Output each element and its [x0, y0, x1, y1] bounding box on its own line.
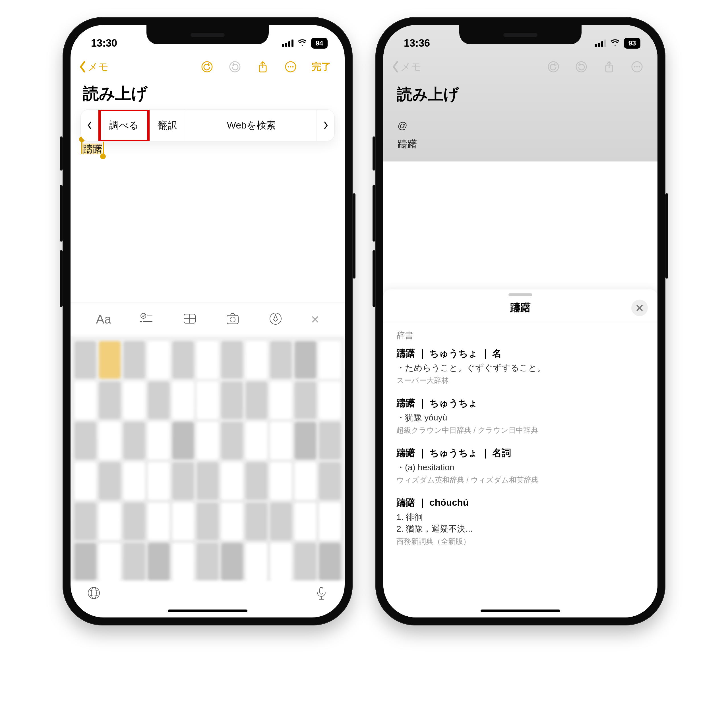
home-indicator [168, 609, 247, 612]
more-button[interactable] [284, 60, 297, 74]
dictionary-entry[interactable]: 躊躇 ｜ ちゅうちょ ｜ 名 ・ためらうこと。ぐずぐずすること。 スーパー大辞林 [396, 347, 644, 385]
note-title[interactable]: 読み上げ [71, 79, 345, 110]
nav-icons: 完了 [200, 60, 331, 74]
table-button[interactable] [182, 311, 197, 327]
selected-text[interactable]: 躊躇 [82, 142, 103, 156]
more-button [630, 60, 644, 74]
svg-point-4 [288, 66, 289, 68]
svg-point-0 [202, 62, 212, 72]
camera-button[interactable] [225, 311, 240, 327]
svg-point-21 [548, 62, 558, 72]
back-button[interactable]: メモ [79, 60, 109, 74]
svg-point-6 [292, 66, 294, 68]
menu-web-search[interactable]: Webを検索 [186, 110, 317, 141]
back-label: メモ [400, 60, 421, 74]
entry-source: スーパー大辞林 [396, 376, 644, 385]
status-right: 94 [282, 37, 328, 49]
wifi-icon [297, 37, 307, 49]
note-title: 読み上げ [383, 79, 657, 116]
entry-source: ウィズダム英和辞典 / ウィズダム和英辞典 [396, 475, 644, 485]
entry-body: ・(a) hesitation [396, 462, 644, 474]
entry-source: 商務新詞典（全新版） [396, 537, 644, 546]
side-button [60, 250, 62, 307]
format-toolbar: Aa × [71, 302, 345, 336]
share-button[interactable] [256, 60, 270, 74]
screen: 13:36 93 メモ [383, 25, 657, 618]
undo-button [546, 60, 560, 74]
nav-bar: メモ [383, 56, 657, 79]
notch [459, 25, 582, 44]
side-button [353, 193, 356, 279]
sheet-grabber[interactable] [508, 294, 532, 296]
cellular-icon [282, 40, 294, 47]
side-button [372, 136, 375, 171]
side-button [372, 250, 375, 307]
battery-icon: 93 [624, 38, 641, 49]
status-time: 13:30 [91, 37, 117, 49]
svg-point-10 [140, 321, 142, 322]
globe-button[interactable] [86, 586, 101, 602]
entry-head: 躊躇 ｜ chóuchú [396, 496, 644, 509]
dictionary-sheet[interactable]: 躊躇 辞書 躊躇 ｜ ちゅうちょ ｜ 名 ・ためらうこと。ぐずぐずすること。 ス… [383, 289, 657, 618]
sheet-body[interactable]: 辞書 躊躇 ｜ ちゅうちょ ｜ 名 ・ためらうこと。ぐずぐずすること。 スーパー… [383, 322, 657, 546]
home-indicator [481, 609, 560, 612]
nav-icons [546, 60, 644, 74]
wifi-icon [610, 37, 620, 49]
share-button [602, 60, 616, 74]
entry-body: ・犹豫 yóuyù [396, 412, 644, 423]
status-right: 93 [595, 37, 641, 49]
selection-caret [81, 142, 83, 154]
side-button [60, 185, 62, 242]
keyboard-bottom-row [71, 580, 345, 607]
text-style-button[interactable]: Aa [96, 312, 111, 326]
done-button[interactable]: 完了 [312, 60, 331, 73]
cellular-icon [595, 40, 606, 47]
redo-button [228, 60, 242, 74]
entry-body: ・ためらうこと。ぐずぐずすること。 [396, 362, 644, 374]
undo-button[interactable] [200, 60, 214, 74]
notch [146, 25, 269, 44]
dictionary-entry[interactable]: 躊躇 ｜ ちゅうちょ ｜ 名詞 ・(a) hesitation ウィズダム英和辞… [396, 447, 644, 485]
markup-button[interactable] [268, 311, 283, 327]
dictionary-entry[interactable]: 躊躇 ｜ chóuchú 1. 徘徊 2. 猶豫，遲疑不決... 商務新詞典（全… [396, 496, 644, 546]
entry-head: 躊躇 ｜ ちゅうちょ ｜ 名 [396, 347, 644, 360]
svg-point-1 [230, 62, 240, 72]
back-button: メモ [392, 60, 421, 74]
screen: 13:30 94 メモ [71, 25, 345, 618]
note-line: 躊躇 [397, 135, 643, 153]
selection-caret [103, 142, 104, 154]
entry-body: 1. 徘徊 2. 猶豫，遲疑不決... [396, 512, 644, 535]
svg-point-7 [141, 313, 146, 319]
menu-next-button[interactable] [317, 110, 334, 141]
phone-left: 13:30 94 メモ [62, 17, 353, 625]
section-label: 辞書 [396, 330, 644, 341]
close-button[interactable] [631, 299, 648, 316]
entry-head: 躊躇 ｜ ちゅうちょ [396, 397, 644, 410]
back-label: メモ [87, 60, 109, 74]
svg-point-25 [634, 66, 636, 68]
dictionary-entry[interactable]: 躊躇 ｜ ちゅうちょ ・犹豫 yóuyù 超級クラウン中日辞典 / クラウン日中… [396, 397, 644, 435]
mic-button[interactable] [314, 586, 329, 602]
keyboard-blurred[interactable] [71, 336, 345, 581]
sheet-title: 躊躇 [510, 302, 531, 313]
side-button [372, 185, 375, 242]
note-line: @ [397, 116, 643, 135]
menu-lookup[interactable]: 調べる [98, 110, 149, 141]
svg-point-27 [639, 66, 640, 68]
text-selection-menu: 調べる 翻訳 Webを検索 [81, 110, 334, 141]
selection-handle-end[interactable] [100, 153, 106, 159]
svg-rect-14 [227, 315, 238, 324]
entry-source: 超級クラウン中日辞典 / クラウン日中辞典 [396, 425, 644, 435]
phone-right: 13:36 93 メモ [375, 17, 666, 625]
menu-prev-button[interactable] [81, 110, 98, 141]
menu-translate[interactable]: 翻訳 [149, 110, 186, 141]
redo-button [574, 60, 588, 74]
dismiss-keyboard-button[interactable]: × [311, 311, 319, 327]
checklist-button[interactable] [139, 311, 154, 327]
svg-rect-20 [320, 587, 323, 594]
note-body: @ 躊躇 [383, 116, 657, 153]
selected-word: 躊躇 [83, 143, 102, 154]
nav-bar: メモ 完了 [71, 56, 345, 79]
svg-point-26 [636, 66, 638, 68]
svg-point-22 [576, 62, 586, 72]
